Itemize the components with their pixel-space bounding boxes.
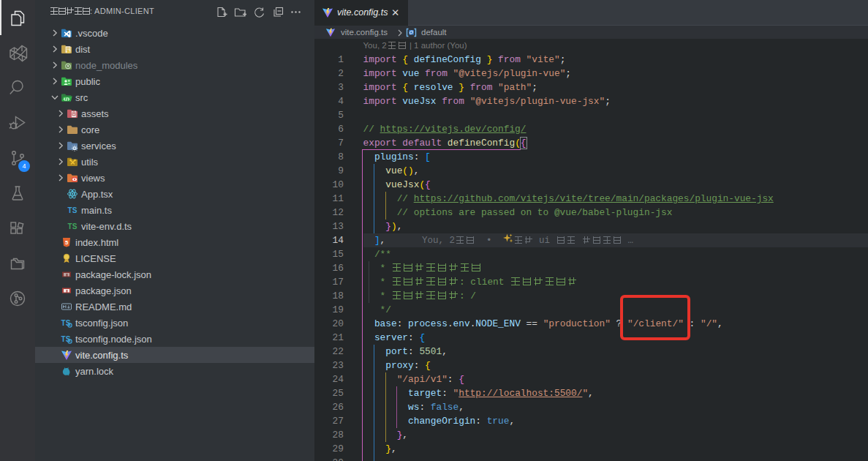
svg-text:TS: TS bbox=[68, 222, 78, 230]
svg-text:5: 5 bbox=[65, 239, 68, 246]
svg-text:TS: TS bbox=[68, 206, 78, 214]
